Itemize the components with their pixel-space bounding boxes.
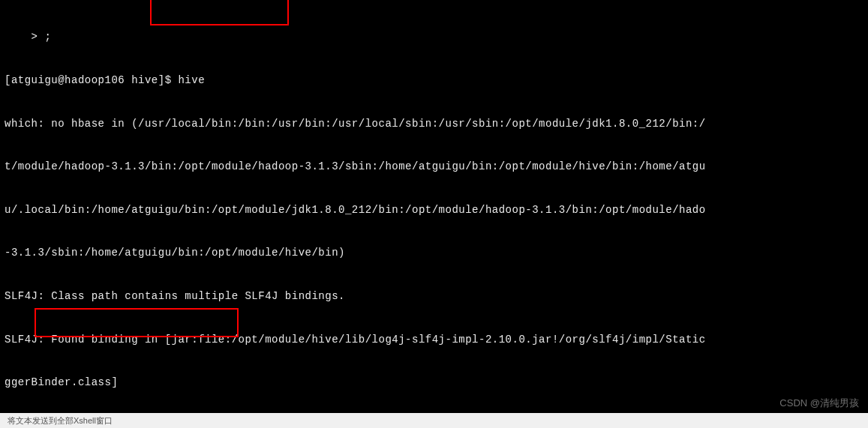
terminal-line: ggerBinder.class] [5, 376, 863, 390]
terminal-line: SLF4J: Class path contains multiple SLF4… [5, 289, 863, 304]
status-bar: 将文本发送到全部Xshell窗口 [0, 413, 868, 428]
terminal-line: t/module/hadoop-3.1.3/bin:/opt/module/ha… [5, 160, 863, 174]
terminal-line: which: no hbase in (/usr/local/bin:/bin:… [5, 117, 863, 131]
terminal-line: -3.1.3/sbin:/home/atguigu/bin:/opt/modul… [5, 246, 863, 260]
terminal-line: SLF4J: Found binding in [jar:file:/opt/m… [5, 333, 863, 347]
terminal-line: u/.local/bin:/home/atguigu/bin:/opt/modu… [5, 203, 863, 217]
terminal-window[interactable]: > ; [atguigu@hadoop106 hive]$ hive which… [0, 0, 868, 428]
status-bar-text: 将文本发送到全部Xshell窗口 [8, 416, 113, 425]
terminal-line: > ; [5, 30, 863, 44]
terminal-line: [atguigu@hadoop106 hive]$ hive [5, 73, 863, 88]
